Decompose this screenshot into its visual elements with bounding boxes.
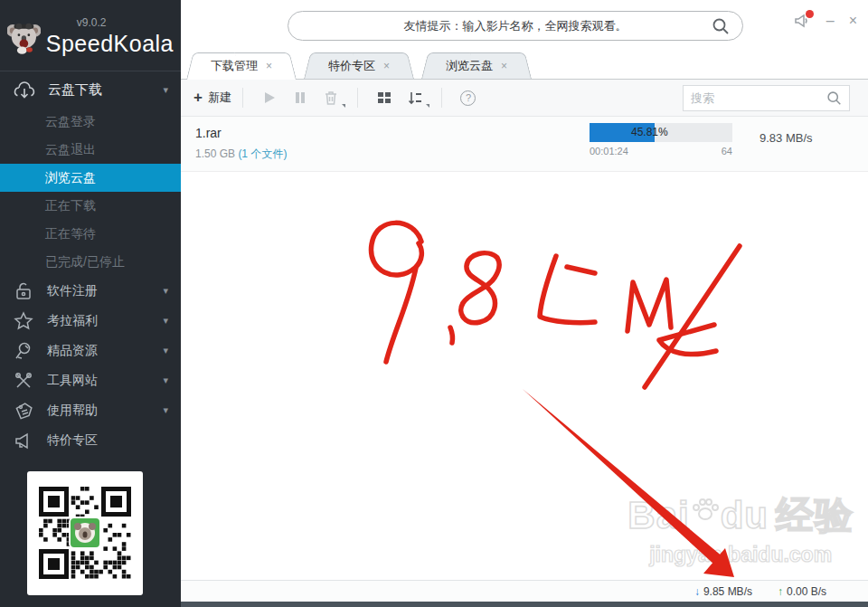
sidebar-item-help[interactable]: 使用帮助 ▾: [0, 395, 181, 425]
status-bar: ↓ 9.85 MB/s ↑ 0.00 B/s: [181, 580, 868, 602]
sidebar-group-label: 云盘下载: [48, 81, 163, 99]
sidebar-item-waiting[interactable]: 正在等待: [0, 220, 181, 248]
sidebar-item-software-register[interactable]: 软件注册 ▾: [0, 276, 181, 306]
sidebar-item-label: 浏览云盘: [45, 170, 96, 186]
file-name: 1.rar: [195, 126, 222, 140]
logo-row: v9.0.2 SpeedKoala: [0, 0, 181, 71]
progress-area: 45.81% 00:01:24 64: [590, 123, 732, 156]
qr-code: [27, 471, 181, 599]
sort-button[interactable]: [403, 86, 427, 109]
sidebar-item-cloud-login[interactable]: 云盘登录: [0, 108, 181, 136]
chevron-down-icon: ▾: [163, 315, 168, 327]
sidebar-item-premium-resources[interactable]: 精品资源 ▾: [0, 336, 181, 365]
play-icon: [262, 90, 277, 105]
tab-close-icon[interactable]: ×: [383, 60, 390, 72]
window-controls: – ×: [794, 13, 857, 29]
sidebar-item-label: 正在等待: [45, 226, 96, 242]
sidebar-item-label: 使用帮助: [47, 403, 163, 419]
sidebar-item-tool-sites[interactable]: 工具网站 ▾: [0, 365, 181, 395]
pause-button[interactable]: [288, 86, 312, 109]
content-canvas: Bai du 经验 jingyan.baidu.com: [181, 172, 868, 580]
letter-s: [659, 325, 716, 355]
upload-arrow-icon: ↑: [778, 585, 783, 598]
sidebar-item-label: 正在下载: [45, 198, 96, 214]
global-search-input[interactable]: [288, 19, 712, 33]
toolbar: + 新建 ?: [181, 80, 868, 117]
help-button[interactable]: ?: [457, 86, 480, 109]
magnifier-icon: [13, 340, 34, 362]
tab-download-manager[interactable]: 下载管理 ×: [186, 52, 297, 79]
dropdown-arrow-icon: [342, 104, 345, 108]
download-speed: 9.83 MB/s: [760, 131, 813, 145]
chevron-down-icon: ▾: [163, 285, 168, 297]
tab-close-icon[interactable]: ×: [501, 60, 507, 72]
sidebar-item-label: 精品资源: [47, 343, 163, 359]
digit-8: [461, 253, 499, 323]
sidebar-item-label: 云盘登录: [45, 114, 96, 130]
toolbar-separator: [441, 88, 442, 108]
tab-label: 浏览云盘: [446, 58, 493, 74]
announcement-icon[interactable]: [794, 13, 812, 29]
sidebar-item-label: 云盘退出: [45, 142, 96, 158]
top-header: – ×: [181, 0, 868, 52]
connection-count: 64: [722, 146, 732, 156]
sidebar-item-label: 考拉福利: [47, 313, 163, 329]
sidebar-item-label: 特价专区: [47, 432, 168, 449]
app-name: SpeedKoala: [46, 31, 174, 57]
sidebar-item-label: 工具网站: [47, 373, 163, 389]
sidebar-item-browse-cloud[interactable]: 浏览云盘: [0, 164, 181, 192]
notification-badge: [806, 10, 814, 18]
minimize-button[interactable]: –: [826, 14, 835, 28]
view-mode-button[interactable]: [373, 86, 396, 109]
download-task-row[interactable]: 1.rar 1.50 GB (1 个文件) 45.81% 00:01:24 64…: [181, 117, 868, 172]
megaphone-icon: [13, 430, 34, 451]
cloud-download-icon: [13, 78, 36, 101]
file-size: 1.50 GB (1 个文件): [195, 147, 287, 162]
task-search-box[interactable]: [683, 85, 850, 111]
dropdown-arrow-icon: [426, 104, 429, 108]
sidebar-item-cloud-logout[interactable]: 云盘退出: [0, 136, 181, 164]
logo-text: v9.0.2 SpeedKoala: [46, 16, 174, 57]
lock-icon: [13, 280, 34, 302]
app-version: v9.0.2: [77, 16, 174, 29]
grid-icon: [377, 90, 392, 105]
app-window: v9.0.2 SpeedKoala 云盘下载 ▾ 云盘登录 云盘退出 浏览云盘 …: [0, 0, 868, 607]
digit-9-tail: [386, 268, 416, 362]
delete-button[interactable]: [319, 86, 343, 109]
tab-label: 下载管理: [211, 58, 258, 74]
koala-logo-icon: [7, 10, 41, 62]
pause-icon: [293, 90, 307, 105]
progress-percent: 45.81%: [631, 126, 668, 138]
handwritten-annotation: [181, 172, 868, 580]
search-icon[interactable]: [826, 90, 842, 106]
red-arrow: [523, 389, 734, 577]
download-speed-value: 9.85 MB/s: [703, 585, 752, 598]
main-area: – × 下载管理 × 特价专区 × 浏览云盘 × + 新建: [181, 0, 868, 607]
progress-bar: 45.81%: [590, 123, 732, 142]
tab-browse-cloud[interactable]: 浏览云盘 ×: [421, 52, 532, 79]
elapsed-time: 00:01:24: [590, 146, 628, 156]
tools-icon: [13, 370, 34, 392]
chevron-down-icon: ▾: [163, 404, 168, 416]
sidebar-group-cloud-download[interactable]: 云盘下载 ▾: [0, 71, 181, 108]
window-bottom-edge: [181, 602, 868, 607]
file-size-value: 1.50 GB: [195, 147, 238, 160]
sidebar: v9.0.2 SpeedKoala 云盘下载 ▾ 云盘登录 云盘退出 浏览云盘 …: [0, 0, 181, 607]
sidebar-item-finished-stopped[interactable]: 已完成/已停止: [0, 248, 181, 276]
sidebar-item-koala-welfare[interactable]: 考拉福利 ▾: [0, 306, 181, 336]
tab-special-offers[interactable]: 特价专区 ×: [304, 52, 414, 79]
progress-details: 00:01:24 64: [590, 146, 732, 156]
sort-az-icon: [407, 90, 423, 106]
task-search-input[interactable]: [691, 91, 826, 105]
global-search-box[interactable]: [288, 11, 743, 41]
upload-speed-value: 0.00 B/s: [787, 585, 826, 598]
toolbar-separator: [357, 88, 358, 108]
sidebar-item-special-offers[interactable]: 特价专区: [0, 425, 181, 455]
close-button[interactable]: ×: [849, 14, 857, 28]
total-upload-speed: ↑ 0.00 B/s: [778, 585, 826, 598]
tab-close-icon[interactable]: ×: [266, 60, 272, 72]
search-icon[interactable]: [712, 17, 730, 35]
start-button[interactable]: [258, 86, 281, 109]
new-task-button[interactable]: + 新建: [193, 89, 231, 107]
sidebar-item-downloading[interactable]: 正在下载: [0, 192, 181, 220]
